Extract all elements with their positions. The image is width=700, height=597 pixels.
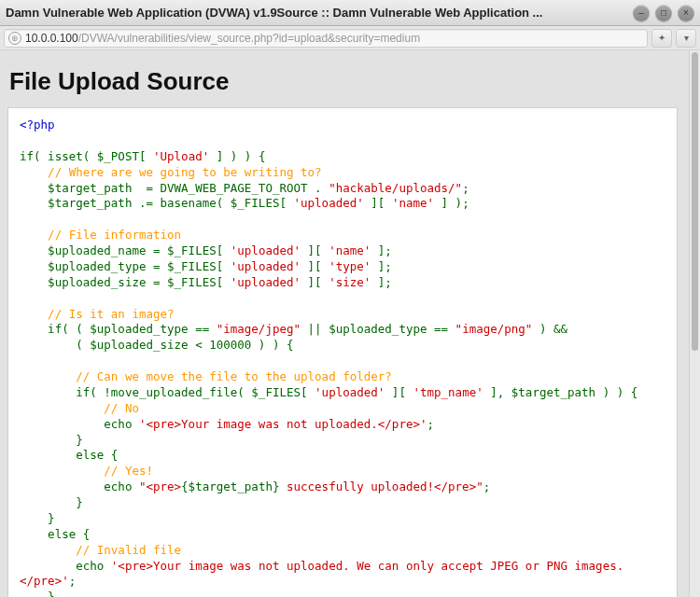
code-token: "hackable/uploads/": [329, 181, 462, 195]
globe-icon: ⊕: [8, 32, 21, 45]
code-token: 'Upload': [153, 149, 209, 163]
code-token: ], $target_path ) ) {: [483, 385, 638, 399]
code-token: 'size': [329, 275, 371, 289]
code-token: $uploaded_size = $_FILES[: [20, 275, 231, 289]
code-token: $target_path .= basename( $_FILES[: [20, 196, 294, 210]
code-token: 'type': [329, 259, 371, 273]
code-token: ) &&: [532, 322, 567, 336]
code-token: 'uploaded': [231, 243, 301, 257]
code-token: else {: [20, 527, 90, 541]
code-token: '<pre>Your image was not uploaded. We ca…: [111, 559, 623, 573]
code-token: if( isset( $_POST[: [20, 149, 153, 163]
code-token: 'uploaded': [315, 385, 385, 399]
code-token: ;: [69, 574, 77, 588]
page-title: File Upload Source: [9, 67, 678, 96]
code-comment: // Invalid file: [20, 543, 181, 557]
code-token: $uploaded_type = $_FILES[: [20, 259, 231, 273]
address-bar-row: ⊕ 10.0.0.100/DVWA/vulnerabilities/view_s…: [0, 26, 700, 50]
code-token: 'name': [392, 196, 434, 210]
code-token: "<pre>: [139, 479, 181, 493]
code-token: <?php: [20, 118, 55, 132]
code-token: succesfully uploaded!</pre>": [279, 479, 483, 493]
vertical-scrollbar[interactable]: [689, 50, 700, 597]
scrollbar-thumb[interactable]: [692, 52, 698, 351]
code-comment: // File information: [20, 228, 181, 242]
code-token: echo: [20, 479, 139, 493]
code-token: }: [20, 433, 83, 447]
code-token: ][: [364, 196, 392, 210]
code-token: 'uploaded': [231, 275, 301, 289]
security-info-button[interactable]: ✦: [651, 29, 672, 48]
code-token: $uploaded_name = $_FILES[: [20, 243, 231, 257]
code-token: "image/png": [455, 322, 533, 336]
code-token: 'uploaded': [294, 196, 364, 210]
code-token: 'name': [329, 243, 371, 257]
code-token: ;: [462, 181, 469, 195]
url-host: 10.0.0.100: [25, 32, 78, 45]
window-titlebar: Damn Vulnerable Web Application (DVWA) v…: [0, 0, 700, 26]
code-token: ][: [301, 243, 329, 257]
code-token: 'uploaded': [231, 259, 301, 273]
code-token: ][: [301, 275, 329, 289]
code-token: || $uploaded_type ==: [301, 322, 455, 336]
window-close-button[interactable]: ×: [678, 5, 694, 21]
window-minimize-button[interactable]: –: [633, 5, 650, 21]
code-token: if( !move_uploaded_file( $_FILES[: [20, 385, 315, 399]
dropdown-button[interactable]: ▾: [676, 29, 696, 48]
code-token: }: [20, 590, 55, 597]
code-token: {$target_path}: [181, 479, 279, 493]
code-token: ];: [371, 275, 392, 289]
code-token: if( ( $uploaded_type ==: [20, 322, 217, 336]
code-token: ;: [427, 417, 435, 431]
code-token: ] ) ) {: [209, 149, 265, 163]
code-token: }: [20, 511, 55, 525]
code-token: ] );: [434, 196, 469, 210]
code-token: 'tmp_name': [413, 385, 483, 399]
code-token: ];: [371, 243, 392, 257]
code-token: ][: [301, 259, 329, 273]
code-token: ( $uploaded_size < 100000 ) ) {: [20, 338, 294, 352]
code-comment: // Yes!: [20, 464, 153, 478]
code-token: ];: [371, 259, 392, 273]
window-title: Damn Vulnerable Web Application (DVWA) v…: [6, 6, 627, 20]
code-comment: // Can we move the file to the upload fo…: [20, 369, 392, 383]
address-bar[interactable]: ⊕ 10.0.0.100/DVWA/vulnerabilities/view_s…: [4, 29, 648, 48]
code-token: $target_path = DVWA_WEB_PAGE_TO_ROOT .: [20, 181, 329, 195]
url-path: /DVWA/vulnerabilities/view_source.php?id…: [78, 32, 420, 45]
window-maximize-button[interactable]: □: [655, 5, 672, 21]
page-viewport: File Upload Source <?php if( isset( $_PO…: [0, 50, 689, 597]
code-token: }: [20, 495, 83, 509]
code-token: </pre>': [20, 574, 69, 588]
code-token: echo: [20, 559, 111, 573]
code-token: '<pre>Your image was not uploaded.</pre>…: [139, 417, 427, 431]
source-code-block: <?php if( isset( $_POST[ 'Upload' ] ) ) …: [7, 107, 678, 597]
code-comment: // Is it an image?: [20, 307, 175, 321]
code-token: echo: [20, 417, 139, 431]
code-token: else {: [20, 448, 118, 462]
code-token: ][: [385, 385, 413, 399]
code-comment: // No: [20, 401, 139, 415]
code-token: "image/jpeg": [217, 322, 301, 336]
code-comment: // Where are we going to be writing to?: [20, 165, 322, 179]
code-token: ;: [483, 479, 491, 493]
